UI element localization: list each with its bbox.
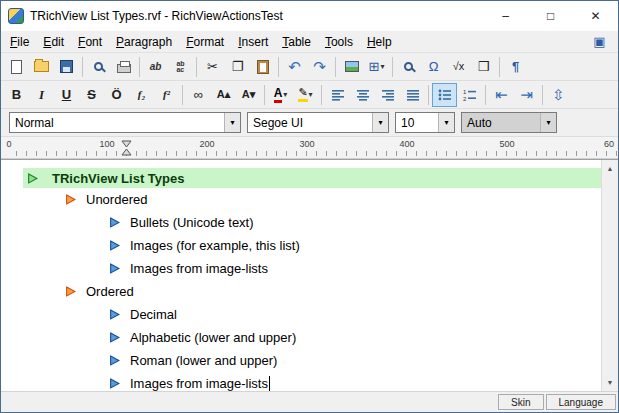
italic-button[interactable]: I (29, 83, 54, 107)
toolbar-standard: ab ab ac ✂ ❐ ↶ ↷ ⊞ ▾ Ω √x ❒ ¶ (1, 53, 618, 81)
menu-table[interactable]: Table (275, 33, 318, 51)
close-button[interactable]: ✕ (573, 1, 618, 31)
indent-marker[interactable] (121, 140, 132, 156)
toolbar-separator (82, 57, 83, 77)
minimize-button[interactable]: – (483, 1, 528, 31)
subscript-icon: f₂ (138, 89, 146, 100)
zoom-button[interactable] (396, 55, 421, 79)
menu-insert[interactable]: Insert (231, 33, 275, 51)
document-area[interactable]: TRichView List Types Unordered Bullets (… (1, 160, 601, 391)
list-item[interactable]: Roman (lower and upper) (1, 349, 601, 372)
strikethrough-button[interactable]: S (79, 83, 104, 107)
ruler[interactable]: 0 100 200 300 400 500 60 (1, 137, 618, 159)
insert-object-button[interactable]: ❒ (471, 55, 496, 79)
open-button[interactable] (29, 55, 54, 79)
insert-formula-button[interactable]: √x (446, 55, 471, 79)
find-icon: ab (150, 61, 162, 72)
menu-edit[interactable]: Edit (36, 33, 71, 51)
copy-button[interactable]: ❐ (225, 55, 250, 79)
list-item[interactable]: Images from image-lists (1, 372, 601, 391)
list-item[interactable]: Decimal (1, 303, 601, 326)
vertical-scrollbar[interactable]: ▲ ▼ (601, 160, 618, 391)
font-combobox[interactable]: Segoe UI ▾ (247, 112, 389, 133)
highlight-icon: ✎ (298, 87, 307, 102)
align-right-button[interactable] (375, 83, 400, 107)
toolbar-separator (196, 57, 197, 77)
numbering-button[interactable]: 12 (457, 83, 482, 107)
font-color-button[interactable]: A ▾ (268, 83, 293, 107)
menu-tools[interactable]: Tools (318, 33, 360, 51)
list-item[interactable]: Images (for example, this list) (1, 234, 601, 257)
font-dropdown-icon[interactable]: ▾ (372, 113, 388, 132)
decrease-indent-button[interactable]: ⇤ (489, 83, 514, 107)
list-item[interactable]: Unordered (1, 188, 601, 211)
insert-symbol-button[interactable]: Ω (421, 55, 446, 79)
font-color-combobox[interactable]: Auto ▾ (461, 112, 557, 133)
align-justify-button[interactable] (400, 83, 425, 107)
list-item[interactable]: Images from image-lists (1, 257, 601, 280)
menu-file[interactable]: File (3, 33, 36, 51)
title-bar[interactable]: TRichView List Types.rvf - RichViewActio… (1, 1, 618, 31)
undo-button[interactable]: ↶ (282, 55, 307, 79)
scroll-up-icon[interactable]: ▲ (602, 160, 618, 177)
toolbar-formatting: B I U S Ö f₂ f² ∞ A▴ A▾ A ▾ ✎ ▾ (1, 81, 618, 109)
highlight-button[interactable]: ✎ ▾ (293, 83, 318, 107)
font-size-dropdown-icon[interactable]: ▾ (438, 113, 454, 132)
menu-help[interactable]: Help (360, 33, 399, 51)
toolbar-options-button[interactable]: ▣ (587, 30, 612, 54)
menu-format[interactable]: Format (179, 33, 231, 51)
list-item[interactable]: Bullets (Unicode text) (1, 211, 601, 234)
list-item[interactable]: Ordered (1, 280, 601, 303)
menu-paragraph[interactable]: Paragraph (109, 33, 179, 51)
replace-icon: ab ac (176, 61, 184, 73)
align-left-icon (331, 89, 345, 101)
insert-picture-button[interactable] (339, 55, 364, 79)
style-combobox[interactable]: Normal ▾ (9, 112, 241, 133)
menu-font[interactable]: Font (71, 33, 109, 51)
style-value: Normal (10, 116, 224, 130)
paragraph-marks-button[interactable]: ¶ (503, 55, 528, 79)
scrollbar-track[interactable] (602, 177, 618, 374)
font-color-value: Auto (462, 116, 540, 130)
grow-font-button[interactable]: A▴ (211, 83, 236, 107)
bold-button[interactable]: B (4, 83, 29, 107)
toolbar-separator (264, 85, 265, 105)
glasses-button[interactable]: ∞ (186, 83, 211, 107)
font-color-dropdown-icon[interactable]: ▾ (540, 113, 556, 132)
underline-button[interactable]: U (54, 83, 79, 107)
shrink-font-icon: A▾ (242, 89, 255, 100)
insert-table-button[interactable]: ⊞ ▾ (364, 55, 389, 79)
copy-icon: ❐ (232, 60, 244, 73)
subscript-button[interactable]: f₂ (129, 83, 154, 107)
doc-heading-row[interactable]: TRichView List Types (23, 168, 601, 188)
print-button[interactable] (111, 55, 136, 79)
increase-indent-button[interactable]: ⇥ (514, 83, 539, 107)
dropdown-arrow-icon: ▾ (283, 90, 287, 99)
language-button[interactable]: Language (546, 394, 617, 410)
diacritics-button[interactable]: Ö (104, 83, 129, 107)
shrink-font-button[interactable]: A▾ (236, 83, 261, 107)
toolbar-separator (278, 57, 279, 77)
bullets-button[interactable] (432, 83, 457, 107)
scroll-down-icon[interactable]: ▼ (602, 374, 618, 391)
cut-button[interactable]: ✂ (200, 55, 225, 79)
skin-button[interactable]: Skin (498, 394, 543, 410)
align-left-button[interactable] (325, 83, 350, 107)
superscript-button[interactable]: f² (154, 83, 179, 107)
list-item[interactable]: Alphabetic (lower and upper) (1, 326, 601, 349)
insert-table-icon: ⊞ (369, 60, 380, 73)
align-center-button[interactable] (350, 83, 375, 107)
redo-button[interactable]: ↷ (307, 55, 332, 79)
list-item-text: Bullets (Unicode text) (130, 215, 254, 230)
style-dropdown-icon[interactable]: ▾ (224, 113, 240, 132)
new-button[interactable] (4, 55, 29, 79)
save-button[interactable] (54, 55, 79, 79)
paste-button[interactable] (250, 55, 275, 79)
new-document-icon (11, 60, 22, 74)
replace-button[interactable]: ab ac (168, 55, 193, 79)
find-button[interactable]: ab (143, 55, 168, 79)
print-preview-button[interactable] (86, 55, 111, 79)
maximize-button[interactable]: □ (528, 1, 573, 31)
line-spacing-button[interactable]: ⇳ (546, 83, 571, 107)
font-size-combobox[interactable]: 10 ▾ (395, 112, 455, 133)
